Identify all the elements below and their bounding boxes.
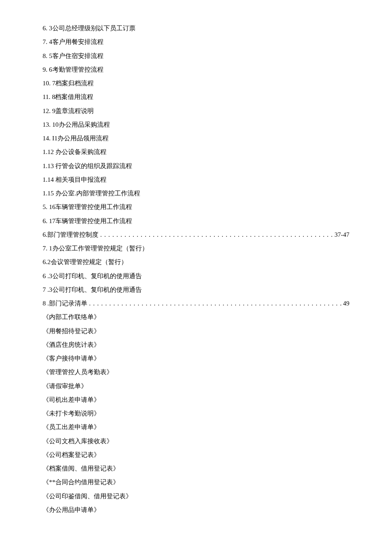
toc-line: 《公司档案登记表》 — [43, 448, 349, 462]
toc-line: 《公司文档入库接收表》 — [43, 434, 349, 448]
toc-line: 《档案借阅、借用登记表》 — [43, 462, 349, 475]
toc-line: 13. 10办公用品采购流程 — [43, 118, 349, 131]
toc-line: 6.2会议管理管控规定（暂行） — [43, 255, 349, 269]
toc-line: 《请假审批单》 — [43, 379, 349, 393]
toc-line: 《司机出差申请单》 — [43, 393, 349, 407]
toc-line: 12. 9盖章流程说明 — [43, 104, 349, 118]
toc-entry-text: 6.部门管理管控制度 — [43, 228, 98, 241]
toc-line: 7 .3公司打印机、复印机的使用通告 — [43, 283, 349, 296]
toc-line: 1.13 行管会议的组织及跟踪流程 — [43, 159, 349, 173]
toc-page-ref: 49 — [343, 296, 349, 310]
toc-line: 5. 16车辆管理管控使用工作流程 — [43, 200, 349, 214]
toc-entry-text: 8 .部门记录清单 — [43, 296, 87, 310]
toc-line: 《酒店住房统计表》 — [43, 338, 349, 352]
toc-line: 10. 7档案归档流程 — [43, 76, 349, 90]
toc-line: 《公司印鉴借阅、借用登记表》 — [43, 489, 349, 503]
toc-line: 《办公用品申请单》 — [43, 503, 349, 517]
document-content: 6. 3公司总经理级别以下员工订票7. 4客户用餐安排流程8. 5客户住宿安排流… — [43, 21, 349, 517]
toc-line: 11. 8档案借用流程 — [43, 90, 349, 104]
toc-line: 《用餐招待登记表》 — [43, 324, 349, 338]
toc-page-ref: 37-47 — [334, 228, 349, 241]
toc-line: 《员工出差申请单》 — [43, 420, 349, 434]
toc-line: 1.15 办公室.内部管理管控工作流程 — [43, 186, 349, 200]
toc-line: 《**合同合约借用登记表》 — [43, 475, 349, 489]
toc-line: 《管理管控人员考勤表》 — [43, 365, 349, 379]
toc-line: 6. 3公司总经理级别以下员工订票 — [43, 21, 349, 35]
toc-line: 《未打卡考勤说明》 — [43, 407, 349, 420]
toc-line-dotted: 8 .部门记录清单 49 — [43, 296, 349, 310]
toc-line-dotted: 6.部门管理管控制度 37-47 — [43, 228, 349, 241]
toc-line: 7. 1办公室工作管理管控规定（暂行） — [43, 241, 349, 255]
toc-line: 1.14 相关项目申报流程 — [43, 173, 349, 186]
toc-line: 1.12 办公设备采购流程 — [43, 145, 349, 159]
toc-line: 《客户接待申请单》 — [43, 352, 349, 365]
toc-line: 6 .3公司打印机、复印机的使用通告 — [43, 269, 349, 283]
toc-line: 6. 17车辆管理管控使用工作流程 — [43, 214, 349, 228]
toc-line: 7. 4客户用餐安排流程 — [43, 35, 349, 49]
toc-line: 9. 6考勤管理管控流程 — [43, 63, 349, 76]
toc-line: 《内部工作联络单》 — [43, 310, 349, 324]
toc-line: 14. I1办公用品领用流程 — [43, 131, 349, 145]
toc-line: 8. 5客户住宿安排流程 — [43, 49, 349, 63]
dot-leader — [87, 296, 343, 310]
dot-leader — [98, 228, 334, 241]
